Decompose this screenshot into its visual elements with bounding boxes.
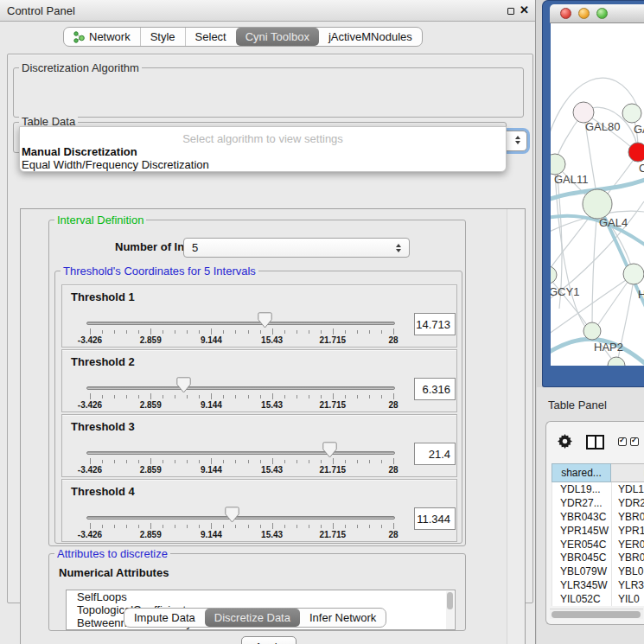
tick-mark (369, 460, 370, 463)
tick-mark (114, 330, 115, 334)
network-node[interactable] (551, 154, 565, 175)
network-node[interactable] (583, 322, 601, 340)
zoom-traffic-light-icon[interactable] (596, 8, 608, 19)
split-columns-icon[interactable] (586, 435, 604, 450)
slider-track[interactable] (86, 386, 395, 390)
apply-button-label: Apply (255, 641, 284, 644)
attribute-item[interactable]: SelfLoops (67, 590, 455, 603)
slider-track[interactable] (86, 451, 395, 455)
cell-name: YIL0 (611, 592, 644, 606)
attributes-scroll-thumb[interactable] (447, 592, 453, 609)
checkbox-column-icon[interactable] (618, 437, 627, 446)
tick-mark (357, 525, 358, 528)
table-row[interactable]: YBR043CYBR0 (552, 510, 644, 524)
table-row[interactable]: YIL052CYIL0 (552, 592, 644, 606)
tick-mark (138, 330, 139, 334)
gear-icon[interactable] (558, 434, 572, 449)
tick-mark (235, 395, 236, 399)
network-edge[interactable] (597, 278, 630, 326)
column-header-shared-[interactable]: shared... (552, 463, 611, 482)
tab-jactivemnodules[interactable]: jActiveMNodules (319, 28, 422, 46)
table-header-row: shared...na (552, 463, 644, 482)
algorithm-option-manual-discretization[interactable]: Manual Discretization (22, 145, 137, 158)
tick-mark (393, 523, 394, 529)
float-window-icon[interactable] (507, 8, 514, 15)
slider-scale-label: 21.715 (320, 465, 347, 475)
tab-infer-network[interactable]: Infer Network (300, 609, 386, 627)
tick-mark (248, 460, 249, 463)
network-node[interactable] (622, 104, 641, 123)
tick-mark (272, 393, 273, 399)
minimize-traffic-light-icon[interactable] (578, 8, 590, 19)
threshold-value-field[interactable]: 14.713 (414, 313, 456, 335)
threshold-value-field[interactable]: 11.344 (414, 507, 456, 530)
tick-mark (163, 525, 163, 528)
cell-shared-name: YIL052C (552, 592, 611, 606)
table-row[interactable]: YER054CYER0 (552, 538, 644, 552)
tick-mark (199, 460, 200, 463)
network-canvas[interactable]: GAL80GACGAL11GAL4GCY1HHAP2 (551, 23, 644, 366)
checkbox-column-icon[interactable] (630, 437, 639, 446)
tick-mark (333, 328, 334, 335)
slider-thumb-icon[interactable] (322, 442, 337, 458)
threshold-value-field[interactable]: 6.316 (414, 378, 456, 400)
attributes-scrollbar[interactable] (446, 591, 454, 630)
slider-thumb-icon[interactable] (225, 507, 239, 523)
table-row[interactable]: YLR345WYLR3 (552, 578, 644, 592)
tick-mark (321, 395, 322, 399)
table-row[interactable]: YBR045CYBR0 (552, 551, 644, 564)
cyni-toolbox-panel: Discretization Algorithm Select algorith… (7, 54, 533, 603)
table-row[interactable]: YDL19...YDL1 (552, 482, 644, 496)
window-title: Control Panel (7, 4, 75, 17)
algorithm-option-equal-width-frequency-discretization[interactable]: Equal Width/Frequency Discretization (22, 158, 209, 171)
vertical-scrollbar[interactable] (507, 209, 525, 644)
network-node[interactable] (583, 189, 612, 219)
network-edge[interactable] (592, 208, 597, 326)
slider-track[interactable] (86, 322, 395, 325)
close-icon[interactable]: ✕ (520, 3, 529, 16)
stepper-icon (396, 244, 401, 252)
tick-mark (284, 395, 285, 399)
numerical-attributes-label: Numerical Attributes (59, 566, 169, 579)
horizontal-scrollbar[interactable] (550, 609, 643, 619)
slider-thumb-icon[interactable] (258, 312, 272, 328)
tab-label: Infer Network (309, 611, 376, 624)
tick-mark (114, 395, 115, 399)
tick-mark (345, 395, 346, 399)
network-edge[interactable] (604, 156, 636, 198)
table-row[interactable]: YDR27...YDR2 (552, 496, 644, 510)
network-node[interactable] (551, 266, 557, 284)
tick-mark (223, 395, 224, 399)
apply-button[interactable]: Apply (241, 636, 296, 644)
discretization-algorithm-group: Discretization Algorithm (13, 67, 524, 118)
tick-mark (126, 525, 127, 528)
threshold-value-field[interactable]: 21.4 (414, 443, 456, 465)
thresholds-group-title: Threshold's Coordinates for 5 Intervals (61, 265, 258, 277)
tick-mark (199, 330, 200, 334)
tab-discretize-data[interactable]: Discretize Data (205, 609, 300, 627)
settings-scrollpane: Interval Definition Number of Intervals … (20, 208, 526, 644)
table-row[interactable]: YBL079WYBL0 (552, 564, 644, 578)
close-traffic-light-icon[interactable] (560, 8, 571, 19)
slider-thumb-icon[interactable] (176, 377, 191, 393)
cell-shared-name: YBR045C (552, 551, 611, 564)
tab-cyni-toolbox[interactable]: Cyni Toolbox (236, 28, 319, 46)
table-panel: Table Panel shared...na YDL19...YDL1YDR2… (537, 387, 644, 644)
network-node[interactable] (623, 264, 644, 284)
tab-impute-data[interactable]: Impute Data (124, 609, 205, 627)
tab-style[interactable]: Style (140, 28, 185, 46)
slider-track[interactable] (86, 516, 395, 520)
network-node[interactable] (608, 357, 625, 366)
slider-scale-label: 2.859 (140, 465, 162, 475)
network-node[interactable] (628, 143, 644, 162)
slider-scale-label: 15.43 (261, 530, 283, 539)
tab-network[interactable]: Network (64, 28, 140, 46)
horizontal-scroll-thumb[interactable] (552, 611, 641, 618)
tick-mark (138, 460, 139, 463)
number-of-intervals-combobox[interactable]: 5 (183, 238, 410, 258)
table-row[interactable]: YPR145WYPR1 (552, 524, 644, 538)
tab-select[interactable]: Select (185, 28, 236, 46)
slider-scale-label: 9.144 (201, 530, 222, 539)
column-header-na[interactable]: na (611, 463, 644, 482)
tick-mark (333, 458, 334, 464)
